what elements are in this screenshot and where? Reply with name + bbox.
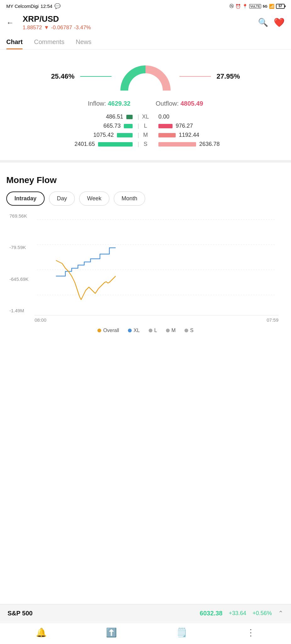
- nav-share-icon[interactable]: ⬆️: [106, 627, 117, 638]
- bottom-nav: 🔔 ⬆️ 🗒️ ⋮: [0, 623, 291, 644]
- l-label: L: [138, 123, 153, 129]
- flow-row-m-left: 1075.42: [51, 132, 133, 138]
- money-flow-title: Money Flow: [6, 175, 285, 185]
- legend-xl: XL: [128, 328, 140, 333]
- flow-row-s-left: 2401.65: [51, 141, 133, 147]
- period-month[interactable]: Month: [114, 192, 145, 206]
- period-intraday[interactable]: Intraday: [6, 192, 45, 206]
- flow-row-xl-right: 0.00: [158, 114, 240, 120]
- legend-label-overall: Overall: [103, 328, 119, 333]
- money-flow-chart: [35, 213, 278, 314]
- outflow-item: Outflow: 4805.49: [156, 100, 203, 107]
- s-right-bar: [158, 142, 196, 147]
- donut-left-label: 25.46%: [51, 72, 74, 80]
- s-right-val: 2636.78: [199, 141, 224, 147]
- chart-legend: Overall XL L M S: [6, 328, 285, 333]
- legend-label-m: M: [172, 328, 176, 333]
- xl-left-bar: [126, 115, 133, 119]
- chart-x-labels: 08:00 07:59: [35, 317, 278, 323]
- period-week[interactable]: Week: [79, 192, 109, 206]
- s-label: S: [138, 141, 153, 147]
- m-label: M: [138, 132, 153, 138]
- legend-dot-overall: [97, 329, 101, 332]
- legend-overall: Overall: [97, 328, 119, 333]
- search-icon[interactable]: 🔍: [258, 18, 268, 27]
- y-label-1: 769.56K: [9, 213, 29, 219]
- l-right-bar: [158, 124, 173, 128]
- inflow-item: Inflow: 4629.32: [88, 100, 131, 107]
- money-flow-section: Money Flow Intraday Day Week Month 769.5…: [0, 169, 291, 336]
- whatsapp-icon: 💬: [54, 3, 61, 9]
- legend-dot-s: [184, 329, 188, 332]
- carrier-label: MY CelcomDigi: [6, 3, 39, 9]
- y-label-3: -645.69K: [9, 276, 29, 282]
- flow-row-l-right: 976.27: [158, 123, 240, 129]
- donut-line-right: [179, 76, 211, 77]
- donut-section: 25.46% 27.95%: [0, 50, 291, 97]
- period-day[interactable]: Day: [49, 192, 75, 206]
- price-change-pct: -3.47%: [74, 25, 91, 31]
- price-value: 1.88572: [23, 25, 42, 31]
- back-button[interactable]: ←: [6, 18, 18, 27]
- ticker-name: S&P 500: [8, 610, 194, 617]
- s-left-val: 2401.65: [70, 141, 95, 147]
- location-icon: 📍: [242, 4, 248, 9]
- ticker-change: +33.64: [229, 610, 246, 617]
- y-label-4: -1.49M: [9, 308, 29, 313]
- xl-right-val: 0.00: [158, 114, 184, 120]
- legend-m: M: [166, 328, 176, 333]
- tab-news[interactable]: News: [76, 35, 91, 49]
- xl-left-val: 486.51: [98, 114, 123, 120]
- status-right: Ⓝ ⏰ 📍 VoLTE 5G 📶 57: [229, 3, 285, 9]
- s-left-bar: [98, 142, 133, 147]
- flow-rows: 486.51 XL 0.00 665.73 L 976.27 1075.42: [6, 114, 285, 147]
- pair-title: XRP/USD: [23, 14, 258, 24]
- l-left-val: 665.73: [96, 123, 121, 129]
- legend-dot-m: [166, 329, 170, 332]
- nav-more-icon[interactable]: ⋮: [246, 627, 255, 638]
- nfc-icon: Ⓝ: [229, 3, 234, 9]
- chart-container: 769.56K -79.59K -645.69K -1.49M 08:00 07…: [6, 213, 285, 323]
- m-left-val: 1075.42: [89, 132, 114, 138]
- favorite-icon[interactable]: ❤️: [274, 17, 285, 28]
- price-arrow: ▼: [44, 25, 49, 31]
- l-right-val: 976.27: [176, 123, 201, 129]
- flow-row-xl-left: 486.51: [51, 114, 133, 120]
- signal-icon: 📶: [269, 4, 274, 9]
- legend-dot-xl: [128, 329, 132, 332]
- m-right-val: 1192.44: [179, 132, 204, 138]
- legend-l: L: [149, 328, 157, 333]
- chart-svg-wrapper: [35, 213, 278, 315]
- flow-row-l-left: 665.73: [51, 123, 133, 129]
- donut-right-label: 27.95%: [217, 72, 240, 80]
- bottom-ticker[interactable]: S&P 500 6032.38 +33.64 +0.56% ⌃: [0, 604, 291, 622]
- status-left: MY CelcomDigi 12:54 💬: [6, 3, 61, 9]
- alarm-icon: ⏰: [235, 4, 241, 9]
- volte-icon: VoLTE: [249, 4, 261, 8]
- nav-notes-icon[interactable]: 🗒️: [176, 627, 187, 638]
- m-left-bar: [117, 133, 133, 137]
- ticker-pct: +0.56%: [252, 610, 272, 617]
- battery-icon: 57: [276, 4, 285, 9]
- nav-alerts-icon[interactable]: 🔔: [36, 627, 47, 638]
- flow-row-s: 2401.65 S 2636.78: [6, 141, 285, 147]
- donut-chart: [114, 59, 177, 94]
- flow-row-s-right: 2636.78: [158, 141, 240, 147]
- l-left-bar: [124, 124, 133, 128]
- flow-section: Inflow: 4629.32 Outflow: 4805.49 486.51 …: [0, 97, 291, 154]
- period-buttons: Intraday Day Week Month: [6, 192, 285, 206]
- flow-row-l: 665.73 L 976.27: [6, 123, 285, 129]
- y-label-2: -79.59K: [9, 245, 29, 250]
- donut-line-left: [80, 76, 112, 77]
- outflow-value: 4805.49: [180, 100, 203, 107]
- ticker-chevron-icon: ⌃: [278, 609, 283, 617]
- pair-price: 1.88572 ▼ -0.06787 -3.47%: [23, 25, 258, 31]
- price-change-abs: -0.06787: [51, 25, 72, 31]
- xl-label: XL: [138, 114, 153, 120]
- header: ← XRP/USD 1.88572 ▼ -0.06787 -3.47% 🔍 ❤️: [0, 11, 291, 35]
- tab-comments[interactable]: Comments: [34, 35, 64, 49]
- m-right-bar: [158, 133, 176, 137]
- legend-label-l: L: [154, 328, 157, 333]
- tab-chart[interactable]: Chart: [6, 35, 23, 49]
- inflow-value: 4629.32: [108, 100, 130, 107]
